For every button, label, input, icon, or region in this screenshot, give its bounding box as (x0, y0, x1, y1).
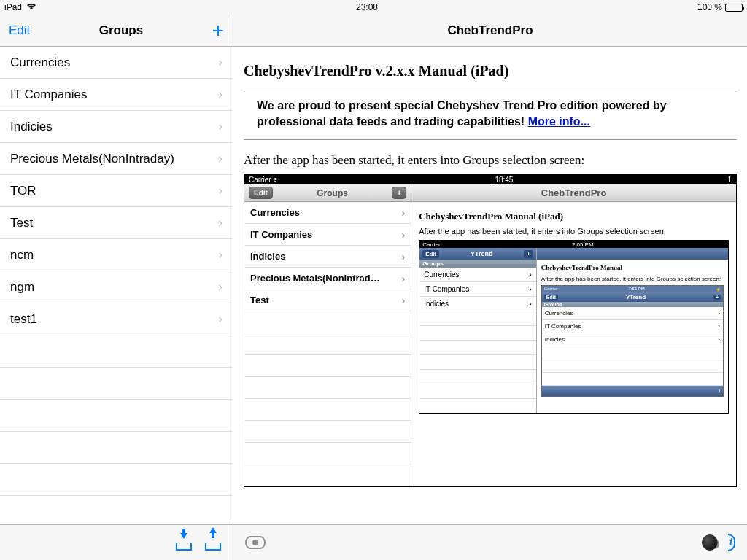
list-item-label: Test (10, 216, 33, 230)
detail-content[interactable]: ChebyshevTrendPro v.2.x.x Manual (iPad) … (233, 47, 747, 524)
master-navbar: Edit Groups + (0, 15, 233, 47)
chevron-right-icon: › (218, 151, 222, 166)
list-item-label: test1 (10, 312, 37, 327)
more-info-link[interactable]: More info... (528, 115, 590, 128)
divider (244, 139, 737, 140)
edit-button[interactable]: Edit (9, 23, 30, 38)
embedded-screenshot: Carrier ᯤ 18:45 1 Edit Groups + Currenci… (244, 174, 737, 487)
status-bar: iPad 23:08 100 % (0, 0, 747, 15)
detail-title: ChebTrendPro (233, 15, 747, 47)
list-item-label: TOR (10, 184, 36, 198)
toolbar: i (0, 525, 747, 560)
divider (244, 90, 737, 90)
globe-icon[interactable] (702, 534, 718, 551)
list-item-label: IT Companies (10, 88, 88, 102)
list-item[interactable]: Currencies› (0, 47, 233, 79)
wifi-icon (26, 2, 36, 12)
battery-icon (725, 4, 743, 12)
empty-row (0, 368, 233, 400)
groups-list: Currencies› IT Companies› Indicies› Prec… (0, 47, 233, 524)
master-title: Groups (30, 23, 212, 38)
device-label: iPad (4, 2, 22, 12)
empty-row (0, 432, 233, 464)
manual-heading: ChebyshevTrendPro v.2.x.x Manual (iPad) (244, 63, 737, 79)
empty-row (0, 496, 233, 524)
empty-row (0, 400, 233, 432)
chevron-right-icon: › (218, 247, 222, 262)
list-item-label: ngm (10, 280, 34, 295)
list-item-label: Indicies (10, 120, 53, 134)
chevron-right-icon: › (218, 311, 222, 327)
list-item-label: Currencies (10, 55, 70, 70)
chevron-right-icon: › (218, 279, 222, 295)
upload-icon[interactable] (205, 534, 221, 551)
list-item[interactable]: IT Companies› (0, 79, 233, 111)
list-item[interactable]: Test› (0, 207, 233, 239)
chevron-right-icon: › (218, 119, 222, 134)
split-view: Edit Groups + Currencies› IT Companies› … (0, 15, 747, 525)
toolbar-right: i (233, 525, 747, 560)
master-pane: Edit Groups + Currencies› IT Companies› … (0, 15, 233, 524)
list-item[interactable]: Indicies› (0, 111, 233, 143)
empty-row (0, 335, 233, 368)
list-item[interactable]: ncm› (0, 239, 233, 271)
list-item-label: ncm (10, 248, 34, 262)
chevron-right-icon: › (218, 55, 222, 70)
chevron-right-icon: › (218, 215, 222, 230)
eye-icon[interactable] (245, 536, 266, 549)
list-item[interactable]: ngm› (0, 271, 233, 303)
toolbar-left (0, 525, 233, 560)
download-icon[interactable] (176, 534, 192, 551)
empty-row (0, 464, 233, 496)
info-icon[interactable]: i (728, 534, 735, 551)
promo-text: We are proud to present special Chebyshe… (257, 98, 729, 129)
status-time: 23:08 (356, 2, 378, 12)
list-item[interactable]: test1› (0, 303, 233, 335)
chevron-right-icon: › (218, 183, 222, 198)
add-button[interactable]: + (212, 20, 224, 41)
list-item-label: Precious Metals(NonIntraday) (10, 152, 174, 166)
detail-pane: ChebTrendPro ChebyshevTrendPro v.2.x.x M… (233, 15, 747, 524)
battery-text: 100 % (697, 2, 722, 12)
list-item[interactable]: Precious Metals(NonIntraday)› (0, 143, 233, 175)
list-item[interactable]: TOR› (0, 175, 233, 207)
chevron-right-icon: › (218, 87, 222, 102)
intro-text: After the app has been started, it enter… (244, 153, 737, 168)
